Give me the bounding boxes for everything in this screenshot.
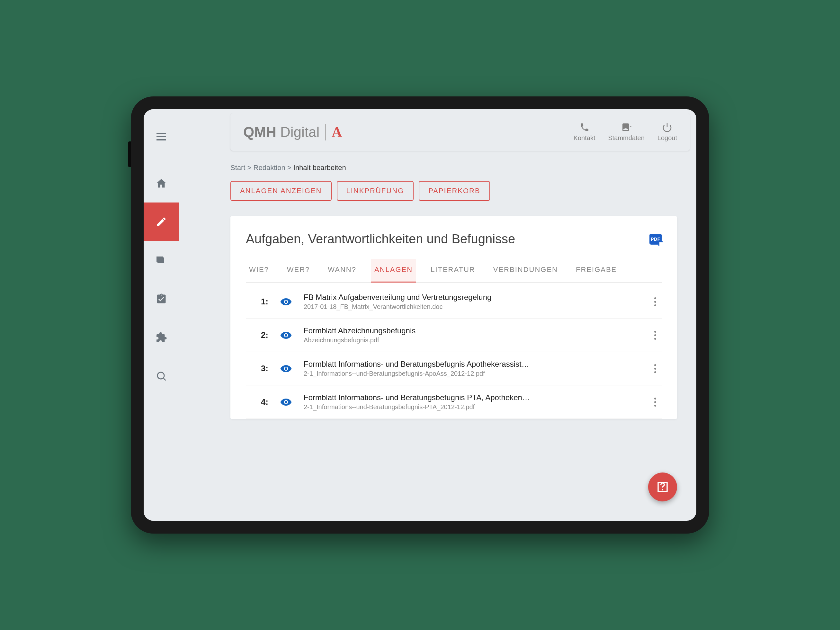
power-icon — [662, 122, 672, 133]
eye-icon — [280, 363, 292, 375]
tab-wann[interactable]: WANN? — [325, 259, 360, 282]
row-overflow-menu[interactable] — [649, 331, 662, 340]
help-icon — [656, 480, 669, 494]
sidebar-item-edit[interactable] — [144, 202, 179, 241]
eye-icon — [280, 329, 292, 341]
breadcrumb-current: Inhalt bearbeiten — [294, 164, 346, 172]
main: QMH Digital A Kontakt Stammdaten — [179, 109, 696, 521]
eye-icon — [280, 396, 292, 408]
sidebar — [144, 109, 179, 521]
card-header: Aufgaben, Verantwortlichkeiten und Befug… — [246, 232, 662, 246]
tab-wer[interactable]: WER? — [284, 259, 313, 282]
content: Start > Redaktion > Inhalt bearbeiten AN… — [179, 151, 696, 521]
show-attachments-button[interactable]: ANLAGEN ANZEIGEN — [231, 181, 332, 201]
svg-line-4 — [163, 378, 166, 381]
row-title: Formblatt Abzeichnungsbefugnis — [304, 326, 639, 335]
header-bar: QMH Digital A Kontakt Stammdaten — [231, 113, 690, 151]
link-check-button[interactable]: LINKPRÜFUNG — [337, 181, 414, 201]
brand: QMH Digital A — [243, 124, 342, 141]
visibility-toggle[interactable] — [278, 396, 294, 408]
menu-button[interactable] — [144, 122, 179, 151]
tab-verbindungen[interactable]: VERBINDUNGEN — [490, 259, 561, 282]
breadcrumb-mid[interactable]: Redaktion — [254, 164, 285, 172]
search-icon — [156, 370, 167, 382]
row-index: 2: — [246, 330, 268, 340]
attachment-row: 1: FB Matrix Aufgabenverteilung und Vert… — [246, 285, 662, 319]
sidebar-item-home[interactable] — [144, 164, 179, 202]
visibility-toggle[interactable] — [278, 329, 294, 341]
tablet-frame: QMH Digital A Kontakt Stammdaten — [131, 96, 709, 534]
pencil-icon — [156, 216, 167, 227]
row-title: FB Matrix Aufgabenverteilung und Vertret… — [304, 293, 639, 302]
tab-anlagen[interactable]: ANLAGEN — [371, 259, 416, 282]
breadcrumb: Start > Redaktion > Inhalt bearbeiten — [231, 164, 677, 172]
breadcrumb-start[interactable]: Start — [231, 164, 245, 172]
sidebar-item-library[interactable] — [144, 241, 179, 279]
trash-button[interactable]: PAPIERKORB — [419, 181, 490, 201]
header-action-masterdata[interactable]: Stammdaten — [608, 122, 644, 142]
row-text[interactable]: Formblatt Informations- und Beratungsbef… — [304, 360, 639, 377]
action-buttons: ANLAGEN ANZEIGEN LINKPRÜFUNG PAPIERKORB — [231, 181, 677, 201]
row-index: 3: — [246, 363, 268, 374]
eye-icon — [280, 296, 292, 308]
breadcrumb-sep: > — [248, 164, 252, 172]
pdf-export-button[interactable]: PDF — [649, 234, 662, 245]
card-title: Aufgaben, Verantwortlichkeiten und Befug… — [246, 232, 515, 246]
row-index: 4: — [246, 397, 268, 407]
account-icon — [621, 122, 632, 133]
sidebar-item-tasks[interactable] — [144, 279, 179, 318]
card: Aufgaben, Verantwortlichkeiten und Befug… — [231, 216, 677, 419]
tabs: WIE? WER? WANN? ANLAGEN LITERATUR VERBIN… — [246, 259, 662, 283]
home-icon — [156, 177, 167, 189]
row-file: 2017-01-18_FB_Matrix_Verantwortlichkeite… — [304, 303, 639, 311]
row-file: Abzeichnungsbefugnis.pdf — [304, 336, 639, 344]
help-fab[interactable] — [648, 472, 677, 501]
breadcrumb-sep: > — [287, 164, 292, 172]
row-overflow-menu[interactable] — [649, 398, 662, 407]
attachment-rows: 1: FB Matrix Aufgabenverteilung und Vert… — [246, 285, 662, 419]
tab-literatur[interactable]: LITERATUR — [427, 259, 478, 282]
row-index: 1: — [246, 297, 268, 306]
brand-text: QMH Digital — [243, 124, 319, 140]
attachment-row: 4: Formblatt Informations- und Beratungs… — [246, 385, 662, 419]
book-stack-icon — [156, 254, 167, 266]
attachment-row: 2: Formblatt Abzeichnungsbefugnis Abzeic… — [246, 319, 662, 352]
row-text[interactable]: Formblatt Abzeichnungsbefugnis Abzeichnu… — [304, 326, 639, 344]
puzzle-icon — [156, 332, 167, 343]
row-file: 2-1_Informations--und-Beratungsbefugnis-… — [304, 403, 639, 411]
header-action-contact[interactable]: Kontakt — [573, 122, 595, 142]
sidebar-item-search[interactable] — [144, 357, 179, 395]
row-title: Formblatt Informations- und Beratungsbef… — [304, 393, 639, 402]
row-overflow-menu[interactable] — [649, 297, 662, 306]
tab-wie[interactable]: WIE? — [246, 259, 272, 282]
hamburger-icon — [155, 130, 168, 143]
clipboard-icon — [156, 293, 167, 305]
tab-freigabe[interactable]: FREIGABE — [573, 259, 620, 282]
row-overflow-menu[interactable] — [649, 364, 662, 373]
header-action-contact-label: Kontakt — [573, 134, 595, 142]
header-action-logout[interactable]: Logout — [657, 122, 677, 142]
row-text[interactable]: Formblatt Informations- und Beratungsbef… — [304, 393, 639, 411]
header-actions: Kontakt Stammdaten Logout — [573, 122, 677, 142]
phone-icon — [579, 122, 590, 133]
header-action-masterdata-label: Stammdaten — [608, 134, 644, 142]
attachment-row: 3: Formblatt Informations- und Beratungs… — [246, 352, 662, 385]
brand-separator — [325, 124, 326, 141]
screen: QMH Digital A Kontakt Stammdaten — [144, 109, 696, 521]
visibility-toggle[interactable] — [278, 296, 294, 308]
row-title: Formblatt Informations- und Beratungsbef… — [304, 360, 639, 369]
sidebar-item-plugins[interactable] — [144, 318, 179, 357]
header-action-logout-label: Logout — [657, 134, 677, 142]
svg-point-3 — [158, 372, 164, 379]
visibility-toggle[interactable] — [278, 363, 294, 375]
row-file: 2-1_Informations--und-Beratungsbefugnis-… — [304, 370, 639, 377]
brand-glyph: A — [332, 124, 342, 140]
row-text[interactable]: FB Matrix Aufgabenverteilung und Vertret… — [304, 293, 639, 311]
